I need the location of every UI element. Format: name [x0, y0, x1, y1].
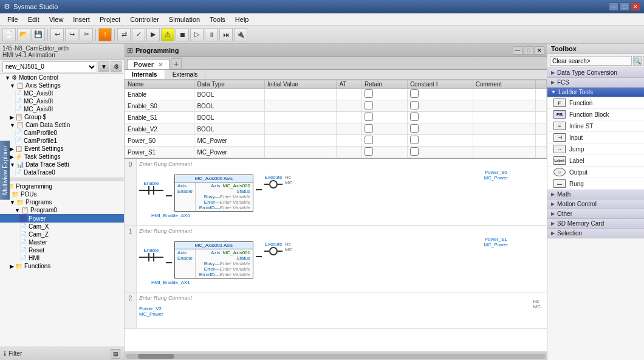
- var-row-power-s1[interactable]: Power_S1 MC_Power: [125, 147, 547, 158]
- rung1-output-axis: Axis MC_Axis001: [198, 250, 250, 255]
- menu-edit[interactable]: Edit: [23, 15, 44, 24]
- minimize-button[interactable]: —: [609, 2, 618, 11]
- tree-programs[interactable]: ▼ 📁 Programs: [0, 198, 124, 206]
- toolbox-cat-motion[interactable]: ▶ Motion Control: [547, 199, 644, 209]
- toolbox-cat-other[interactable]: ▶ Other: [547, 209, 644, 219]
- toolbar-step[interactable]: ⏭: [219, 28, 233, 41]
- cat-ladder-label: Ladder Tools: [558, 89, 593, 95]
- toolbox-search-button[interactable]: 🔍: [633, 56, 642, 66]
- filter-expand-button[interactable]: ▤: [111, 349, 120, 359]
- node-dropdown[interactable]: new_NJ501_0: [2, 61, 97, 72]
- menu-help[interactable]: Help: [230, 15, 254, 24]
- toolbar-save[interactable]: 💾: [32, 28, 45, 41]
- prog-minimize-btn[interactable]: —: [513, 46, 522, 55]
- toolbar-undo[interactable]: ↩: [50, 28, 64, 41]
- tree-cam-profile0[interactable]: 📄 CamProfile0: [0, 129, 124, 137]
- tree-motion-control[interactable]: ▼ ⚙ Motion Control: [0, 74, 124, 81]
- var-tab-externals[interactable]: Externals: [165, 70, 206, 79]
- toolbox-output[interactable]: ○ Output: [547, 167, 644, 178]
- menu-file[interactable]: File: [2, 15, 23, 24]
- tab-add-button[interactable]: +: [171, 58, 182, 69]
- tree-axes-group[interactable]: ▶ 📋 Group $: [0, 113, 124, 121]
- toolbar-transfer[interactable]: ▶: [146, 28, 160, 41]
- tree-mc-axis-0[interactable]: 📄 MC_Axis0I: [0, 89, 124, 97]
- tree-axis-settings[interactable]: ▼ 📋 Axis Settings: [0, 81, 124, 89]
- tree-mc-axis-2[interactable]: 📄 MC_Axis0I: [0, 105, 124, 113]
- prog-close-btn[interactable]: ✕: [535, 46, 544, 55]
- toolbar-pause[interactable]: ⏸: [205, 28, 218, 41]
- toolbox-cat-datatype[interactable]: ▶ Data Type Conversion: [547, 68, 644, 78]
- toolbox-function[interactable]: F Function: [547, 97, 644, 109]
- menu-project[interactable]: Project: [95, 15, 125, 24]
- tab-close-power[interactable]: ✕: [158, 61, 163, 68]
- tree-programming[interactable]: ▼ 📁 Programming: [0, 182, 124, 190]
- toolbar-run[interactable]: ▷: [190, 28, 204, 41]
- tree-cam-x[interactable]: 📄 Cam_X: [0, 223, 124, 230]
- toolbar-new[interactable]: 📄: [2, 28, 16, 41]
- toolbar-stop[interactable]: ⏹: [176, 28, 189, 41]
- toolbox-search-input[interactable]: [550, 56, 632, 66]
- toolbar-check[interactable]: ✓: [132, 28, 145, 41]
- scroll-thumb[interactable]: [138, 354, 174, 359]
- prog-maximize-btn[interactable]: □: [524, 46, 533, 55]
- tree-cam-z[interactable]: 📄 Cam_Z: [0, 230, 124, 238]
- toolbar-open[interactable]: 📂: [17, 28, 30, 41]
- toolbox-cat-fcs[interactable]: ▶ FCS: [547, 78, 644, 88]
- tree-task-settings[interactable]: ▶ ⚡ Task Settings: [0, 153, 124, 161]
- toolbar-connect[interactable]: 🔌: [234, 28, 247, 41]
- var-name-enable-v2: Enable_V2: [125, 123, 194, 135]
- rung2-right-labels: Hc MC: [533, 299, 541, 310]
- var-row-enable[interactable]: Enable BOOL: [125, 89, 547, 100]
- toolbox-inline-st[interactable]: ≡ Inline ST: [547, 120, 644, 132]
- toolbox-cat-math[interactable]: ▶ Math: [547, 190, 644, 199]
- tree-pous[interactable]: ▼ 📁 POUs: [0, 190, 124, 198]
- menu-insert[interactable]: Insert: [68, 15, 95, 24]
- toolbox-cat-sd[interactable]: ▶ SD Memory Card: [547, 219, 644, 229]
- var-type-power-s0: MC_Power: [194, 135, 265, 147]
- tree-cam-data[interactable]: ▼ 📋 Cam Data Settin: [0, 121, 124, 129]
- tree-mc-axis-1[interactable]: 📄 MC_Axis0I: [0, 97, 124, 105]
- var-tab-internals[interactable]: Internals: [125, 70, 165, 79]
- var-name-enable: Enable: [125, 89, 194, 100]
- maximize-button[interactable]: □: [620, 2, 629, 11]
- tree-power[interactable]: Power: [0, 214, 124, 223]
- tree-data-trace[interactable]: ▼ 📊 Data Trace Setti: [0, 161, 124, 168]
- var-row-enable-s1[interactable]: Enable_S1 BOOL: [125, 112, 547, 123]
- toolbox-cat-selection[interactable]: ▶ Selection: [547, 229, 644, 238]
- menu-simulation[interactable]: Simulation: [164, 15, 205, 24]
- tab-power[interactable]: Power ✕: [127, 59, 170, 69]
- tree-master[interactable]: 📄 Master: [0, 238, 124, 246]
- toolbar-warning2[interactable]: ⚠: [161, 28, 174, 41]
- node-settings-btn[interactable]: ⚙: [111, 61, 122, 72]
- rung-0-comment: Enter Rung Comment: [139, 161, 544, 167]
- toolbar-warning[interactable]: !: [98, 28, 112, 41]
- var-row-enable-v2[interactable]: Enable_V2 BOOL: [125, 123, 547, 135]
- toolbar-cut[interactable]: ✂: [80, 28, 93, 41]
- toolbox-cat-ladder[interactable]: ▼ Ladder Tools: [547, 88, 644, 97]
- toolbox-function-block[interactable]: FB Function Block: [547, 109, 644, 120]
- toolbar-redo[interactable]: ↪: [65, 28, 78, 41]
- menu-view[interactable]: View: [44, 15, 69, 24]
- var-row-power-s0[interactable]: Power_S0 MC_Power: [125, 135, 547, 147]
- menu-controller[interactable]: Controller: [125, 15, 164, 24]
- tree-hmi[interactable]: 📄 HMI: [0, 254, 124, 262]
- multiview-tab[interactable]: Multiview Explorer: [0, 140, 10, 199]
- ladder-diagram-area[interactable]: 0 Enter Rung Comment Power_S0 MC_Power E…: [125, 159, 547, 351]
- rung-0-content: Enter Rung Comment Power_S0 MC_Power Ena…: [137, 159, 547, 225]
- toolbox-jump[interactable]: → Jump: [547, 144, 644, 155]
- close-button[interactable]: ✕: [631, 2, 640, 11]
- toolbar-sync[interactable]: ⇄: [117, 28, 131, 41]
- tree-reset[interactable]: 📄 Reset: [0, 246, 124, 254]
- menu-tools[interactable]: Tools: [205, 15, 230, 24]
- tree-program0[interactable]: ▼ 📋 Program0: [0, 206, 124, 214]
- tree-functions[interactable]: ▶ 📁 Functions: [0, 262, 124, 270]
- tree-datatrace0[interactable]: 📄 DataTrace0: [0, 168, 124, 176]
- toolbox-label[interactable]: Label: Label: [547, 155, 644, 167]
- tree-cam-profile1[interactable]: 📄 CamProfile1: [0, 137, 124, 145]
- node-dropdown-btn[interactable]: ▼: [98, 61, 109, 72]
- toolbox-rung[interactable]: — Rung: [547, 178, 644, 190]
- horizontal-scrollbar[interactable]: [125, 351, 547, 360]
- var-row-enable-s0[interactable]: Enable_S0 BOOL: [125, 100, 547, 112]
- toolbox-input[interactable]: ⊣ Input: [547, 132, 644, 144]
- tree-event-settings[interactable]: ▶ 📋 Event Settings: [0, 145, 124, 153]
